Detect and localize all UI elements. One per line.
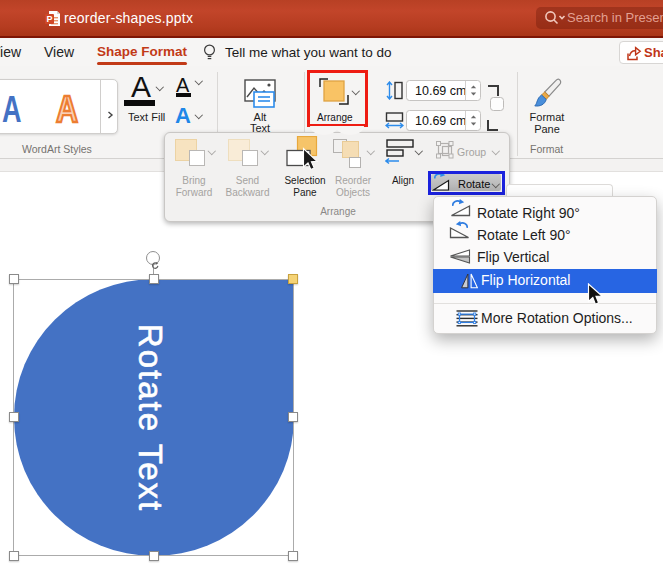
svg-text:P: P bbox=[46, 14, 52, 24]
